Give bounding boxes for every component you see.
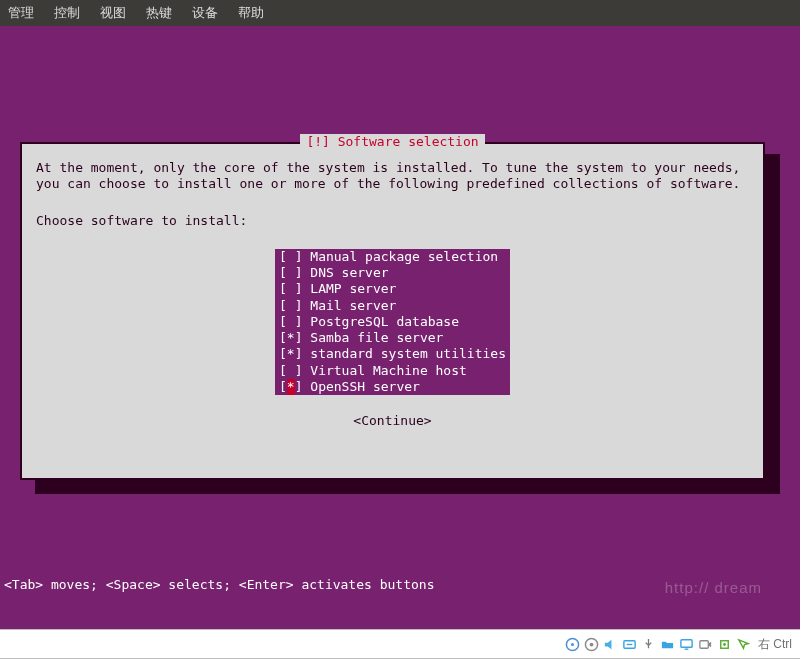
shared-folder-icon[interactable] — [659, 636, 675, 652]
software-item-5[interactable]: [*] Samba file server — [275, 330, 510, 346]
software-item-7[interactable]: [ ] Virtual Machine host — [275, 363, 510, 379]
software-selection-dialog: [!] Software selection At the moment, on… — [20, 142, 765, 480]
menu-control[interactable]: 控制 — [54, 4, 80, 22]
optical-icon[interactable] — [583, 636, 599, 652]
host-key-label: 右 Ctrl — [758, 636, 792, 653]
menu-devices[interactable]: 设备 — [192, 4, 218, 22]
network-icon[interactable] — [621, 636, 637, 652]
software-item-3[interactable]: [ ] Mail server — [275, 298, 510, 314]
svg-rect-6 — [680, 639, 691, 647]
vm-statusbar: 右 Ctrl — [0, 629, 800, 659]
software-item-2[interactable]: [ ] LAMP server — [275, 281, 510, 297]
cpu-icon[interactable] — [716, 636, 732, 652]
vm-menubar: 管理 控制 视图 热键 设备 帮助 — [0, 0, 800, 26]
svg-point-3 — [589, 642, 593, 646]
menu-hotkeys[interactable]: 热键 — [146, 4, 172, 22]
software-item-4[interactable]: [ ] PostgreSQL database — [275, 314, 510, 330]
software-item-6[interactable]: [*] standard system utilities — [275, 346, 510, 362]
software-item-0[interactable]: [ ] Manual package selection — [275, 249, 510, 265]
dialog-prompt: Choose software to install: — [36, 213, 749, 229]
mouse-capture-icon[interactable] — [735, 636, 751, 652]
menu-manage[interactable]: 管理 — [8, 4, 34, 22]
software-item-1[interactable]: [ ] DNS server — [275, 265, 510, 281]
svg-point-10 — [723, 643, 726, 646]
menu-help[interactable]: 帮助 — [238, 4, 264, 22]
continue-button[interactable]: <Continue> — [353, 413, 431, 428]
watermark: http:// dream — [665, 579, 762, 596]
dialog-title: [!] Software selection — [300, 134, 484, 150]
installer-viewport: [!] Software selection At the moment, on… — [0, 26, 800, 629]
cursor: * — [287, 379, 295, 395]
svg-point-1 — [571, 643, 574, 646]
hdd-icon[interactable] — [564, 636, 580, 652]
display-icon[interactable] — [678, 636, 694, 652]
audio-icon[interactable] — [602, 636, 618, 652]
help-line: <Tab> moves; <Space> selects; <Enter> ac… — [4, 577, 434, 592]
menu-view[interactable]: 视图 — [100, 4, 126, 22]
usb-icon[interactable] — [640, 636, 656, 652]
dialog-description: At the moment, only the core of the syst… — [36, 160, 749, 193]
software-list: [ ] Manual package selection [ ] DNS ser… — [36, 249, 749, 395]
software-item-8[interactable]: [*] OpenSSH server — [275, 379, 510, 395]
svg-rect-8 — [699, 640, 707, 648]
recording-icon[interactable] — [697, 636, 713, 652]
